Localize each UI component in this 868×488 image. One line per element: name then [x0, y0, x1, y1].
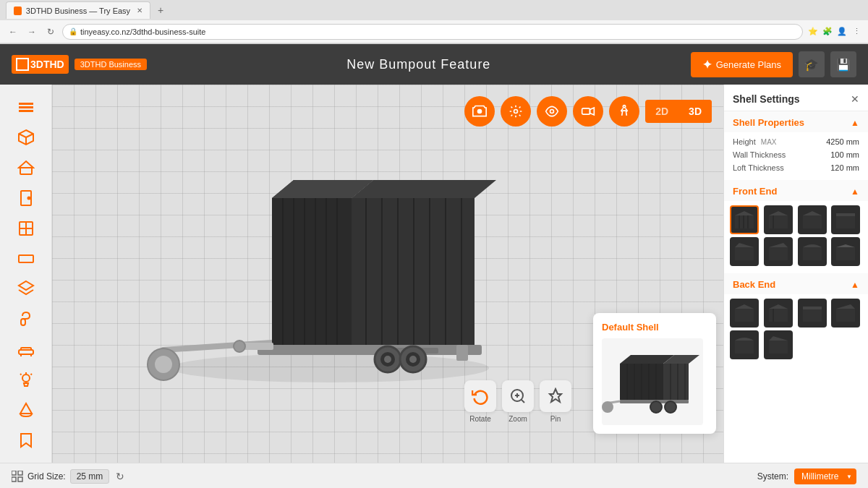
vp-bottom-tools: Rotate Zoom Pin — [464, 380, 571, 423]
sidebar-door[interactable] — [9, 184, 43, 212]
front-end-arrow: ▲ — [851, 187, 859, 197]
back-end-title: Back End — [733, 279, 775, 290]
zoom-icon[interactable] — [502, 380, 534, 412]
svg-point-31 — [624, 106, 626, 108]
system-label: System: — [757, 471, 788, 481]
generate-plans-btn[interactable]: ✦ Generate Plans — [691, 52, 793, 77]
browser-tabs: 3DTHD Business — Try Easy - ... ✕ + — [0, 0, 868, 20]
reload-btn[interactable]: ↻ — [43, 25, 58, 39]
pin-tool[interactable]: Pin — [540, 380, 571, 423]
sidebar-panel[interactable] — [9, 245, 43, 273]
back-option-4[interactable] — [831, 299, 860, 328]
sidebar-roof[interactable] — [9, 154, 43, 181]
help-icon: 🎓 — [804, 58, 819, 72]
camera-btn[interactable] — [464, 96, 495, 127]
prop-wall-label: Wall Thickness — [733, 150, 786, 159]
svg-marker-109 — [769, 304, 788, 309]
svg-rect-108 — [769, 309, 788, 322]
menu-icon[interactable]: ⋮ — [851, 26, 862, 38]
shell-properties-section-header[interactable]: Shell Properties ▲ — [724, 111, 868, 132]
tab-close-btn[interactable]: ✕ — [137, 7, 142, 14]
front-end-section-header[interactable]: Front End ▲ — [724, 180, 868, 201]
settings-btn[interactable] — [501, 96, 531, 127]
browser-controls: ← → ↻ 🔒 tinyeasy.co.nz/3dthd-business-su… — [0, 20, 868, 43]
prop-loft-label: Loft Thickness — [733, 163, 784, 172]
svg-rect-38 — [456, 345, 468, 361]
panel-title: Shell Settings — [733, 93, 800, 105]
default-shell-title: Default Shell — [602, 322, 707, 333]
bookmark-icon[interactable]: ⭐ — [807, 26, 819, 38]
back-option-1[interactable] — [730, 299, 759, 328]
svg-rect-1 — [19, 106, 33, 108]
front-option-4[interactable] — [831, 205, 860, 234]
rotate-tool[interactable]: Rotate — [464, 380, 496, 423]
view-2d-btn[interactable]: 2D — [645, 100, 678, 123]
browser-actions: ⭐ 🧩 👤 ⋮ — [807, 26, 862, 38]
walk-btn[interactable] — [609, 96, 639, 127]
new-tab-btn[interactable]: + — [153, 3, 168, 17]
sidebar-fill[interactable] — [9, 396, 43, 424]
save-icon: 💾 — [836, 58, 851, 72]
sidebar-layers[interactable] — [9, 275, 43, 303]
back-option-5[interactable] — [730, 330, 759, 359]
front-option-5[interactable] — [730, 237, 759, 266]
sidebar-bookmark[interactable] — [9, 427, 43, 454]
video-btn[interactable] — [573, 96, 603, 127]
browser-tab[interactable]: 3DTHD Business — Try Easy - ... ✕ — [6, 1, 150, 19]
url-text: tinyeasy.co.nz/3dthd-business-suite — [80, 27, 205, 36]
address-bar[interactable]: 🔒 tinyeasy.co.nz/3dthd-business-suite — [62, 24, 803, 40]
back-option-6[interactable] — [764, 330, 793, 359]
zoom-label: Zoom — [509, 415, 527, 423]
back-end-grid — [724, 294, 868, 367]
help-btn[interactable]: 🎓 — [799, 51, 825, 77]
rotate-label: Rotate — [469, 415, 490, 423]
sidebar-box[interactable] — [9, 124, 43, 151]
browser-chrome: 3DTHD Business — Try Easy - ... ✕ + ← → … — [0, 0, 868, 44]
forward-btn[interactable]: → — [25, 25, 39, 39]
back-btn[interactable]: ← — [6, 25, 20, 39]
save-btn[interactable]: 💾 — [830, 51, 856, 77]
svg-marker-88 — [735, 211, 754, 215]
svg-marker-93 — [769, 211, 788, 215]
pin-icon[interactable] — [540, 380, 571, 412]
sidebar-furniture[interactable] — [9, 335, 43, 363]
svg-point-27 — [514, 110, 518, 114]
extension-icon[interactable]: 🧩 — [822, 26, 833, 38]
svg-rect-17 — [21, 319, 25, 325]
viewport[interactable]: 2D 3D — [52, 85, 723, 463]
logo-text: 3DTHD — [30, 59, 64, 70]
svg-point-11 — [27, 197, 30, 199]
sidebar-paint[interactable] — [9, 305, 43, 333]
front-option-2[interactable] — [764, 205, 793, 234]
front-option-7[interactable] — [798, 237, 827, 266]
front-option-3[interactable] — [798, 205, 827, 234]
back-option-3[interactable] — [798, 299, 827, 328]
rotate-icon[interactable] — [464, 380, 496, 412]
front-option-1[interactable] — [730, 205, 759, 234]
front-option-6[interactable] — [764, 237, 793, 266]
svg-marker-30 — [590, 108, 595, 115]
system-dropdown[interactable]: Millimetre Inches — [794, 468, 856, 484]
back-option-2[interactable] — [764, 299, 793, 328]
view-btn[interactable] — [537, 96, 567, 127]
back-end-section-header[interactable]: Back End ▲ — [724, 273, 868, 294]
svg-rect-92 — [769, 215, 788, 228]
sidebar-walls[interactable] — [9, 93, 43, 121]
app-logo: 3DTHD 3DTHD Business — [12, 55, 147, 74]
trailer-svg — [127, 158, 503, 390]
sidebar-light[interactable] — [9, 366, 43, 393]
view-3d-btn[interactable]: 3D — [678, 100, 712, 123]
svg-point-28 — [550, 110, 554, 114]
sidebar-window[interactable] — [9, 215, 43, 242]
zoom-tool[interactable]: Zoom — [502, 380, 534, 423]
grid-refresh-btn[interactable]: ↻ — [114, 470, 127, 483]
right-panel: Shell Settings ✕ Shell Properties ▲ Heig… — [723, 85, 868, 463]
generate-plus-icon: ✦ — [702, 58, 712, 72]
svg-rect-87 — [735, 215, 754, 228]
panel-close-btn[interactable]: ✕ — [851, 93, 859, 105]
svg-rect-120 — [12, 477, 16, 481]
svg-rect-119 — [18, 471, 22, 475]
profile-icon[interactable]: 👤 — [836, 26, 848, 38]
front-option-8[interactable] — [831, 237, 860, 266]
svg-point-22 — [22, 374, 30, 382]
